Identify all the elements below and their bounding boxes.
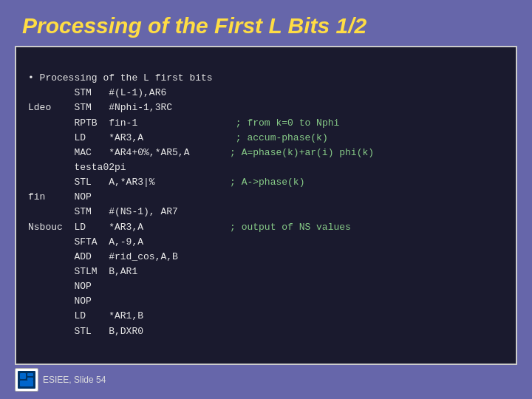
- svg-rect-1: [20, 373, 26, 379]
- slide-title: Processing of the First L Bits 1/2: [15, 7, 517, 46]
- code-display: • Processing of the L first bits STM #(L…: [28, 56, 504, 354]
- esiee-logo: [15, 368, 38, 392]
- code-comment-header: • Processing of the L first bits: [28, 72, 213, 83]
- logo-svg: [16, 369, 37, 390]
- svg-rect-2: [27, 373, 33, 376]
- svg-rect-3: [27, 378, 33, 381]
- svg-rect-4: [20, 381, 33, 386]
- slide-container: Processing of the First L Bits 1/2 • Pro…: [0, 0, 532, 399]
- footer: ESIEE, Slide 54: [15, 365, 517, 392]
- footer-text: ESIEE, Slide 54: [43, 375, 106, 385]
- slide-content: • Processing of the L first bits STM #(L…: [15, 46, 517, 365]
